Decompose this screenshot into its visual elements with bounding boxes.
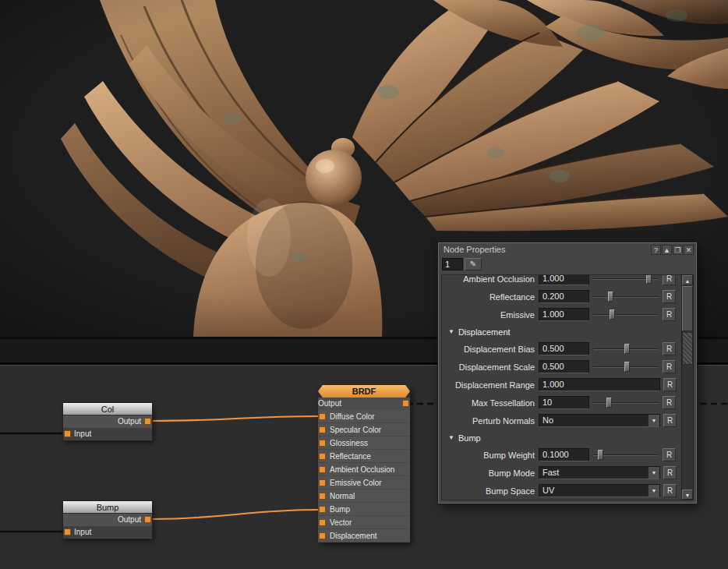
node-col-input-label: Input: [74, 428, 91, 440]
property-label: Bump Weight: [442, 451, 539, 460]
reflectance-slider[interactable]: [592, 290, 659, 303]
panel-titlebar[interactable]: Node Properties ? ▲ ❐ ✕: [439, 243, 696, 256]
brdf-input-displacement[interactable]: Displacement: [318, 529, 410, 542]
bump-output-connector[interactable]: [144, 516, 151, 523]
slider-handle[interactable]: [610, 309, 615, 320]
brdf-displacement-connector[interactable]: [319, 532, 326, 539]
brdf-output-connector[interactable]: [402, 400, 409, 407]
reset-button[interactable]: R: [663, 448, 676, 461]
reset-button[interactable]: R: [663, 290, 676, 303]
node-bump-header[interactable]: Bump: [63, 501, 152, 514]
perturb-normals-dropdown[interactable]: No ▼: [539, 414, 660, 427]
reset-button[interactable]: R: [663, 378, 677, 391]
scrollbar[interactable]: ▲ ▼: [681, 274, 694, 500]
rollup-icon[interactable]: ▲: [662, 245, 672, 255]
slider-handle[interactable]: [646, 274, 652, 284]
node-brdf-output-label: Output: [318, 399, 341, 408]
brdf-input-bump[interactable]: Bump: [318, 503, 410, 516]
brdf-diffuse-color-connector[interactable]: [319, 413, 326, 420]
emissive-field[interactable]: 1.000: [539, 308, 589, 321]
emissive-slider[interactable]: [592, 308, 659, 321]
displacement-bias-slider[interactable]: [592, 342, 659, 355]
brdf-reflectance-connector[interactable]: [319, 453, 326, 460]
node-bump[interactable]: Bump Output Input: [62, 500, 153, 539]
reset-button[interactable]: R: [663, 360, 676, 373]
property-label: Ambient Occlusion: [442, 274, 539, 284]
reset-button[interactable]: R: [663, 414, 677, 427]
slider-handle[interactable]: [606, 398, 612, 408]
slider-handle[interactable]: [624, 344, 630, 354]
node-brdf[interactable]: BRDF Output Diffuse Color Specular Color…: [318, 385, 410, 542]
brdf-input-glossiness[interactable]: Glossiness: [318, 436, 410, 450]
displacement-bias-field[interactable]: 0.500: [539, 342, 589, 355]
brdf-specular-color-connector[interactable]: [319, 426, 326, 433]
reset-button[interactable]: R: [663, 342, 676, 355]
reset-button[interactable]: R: [663, 274, 676, 285]
node-properties-panel: Node Properties ? ▲ ❐ ✕ ✎ Ambient Occlus…: [438, 242, 697, 504]
brdf-input-reflectance[interactable]: Reflectance: [318, 450, 410, 463]
reset-button[interactable]: R: [663, 396, 676, 409]
edit-button[interactable]: ✎: [465, 258, 482, 270]
bump-weight-slider[interactable]: [592, 448, 659, 461]
dock-icon[interactable]: ❐: [673, 245, 683, 255]
scrollbar-thumb[interactable]: [682, 286, 693, 331]
col-input-connector[interactable]: [64, 430, 71, 437]
displacement-scale-slider[interactable]: [592, 360, 659, 373]
property-label: Displacement Bias: [442, 345, 539, 354]
slider-track[interactable]: [593, 296, 658, 298]
reflectance-field[interactable]: 0.200: [539, 290, 589, 303]
close-icon[interactable]: ✕: [684, 245, 694, 255]
scroll-down-icon[interactable]: ▼: [682, 489, 693, 500]
brdf-input-emissive-color[interactable]: Emissive Color: [318, 476, 410, 489]
brdf-input-vector[interactable]: Vector: [318, 516, 410, 529]
brdf-emissive-color-connector[interactable]: [319, 479, 326, 486]
node-col[interactable]: Col Output Input: [62, 402, 153, 441]
bump-weight-field[interactable]: 0.1000: [539, 448, 589, 461]
displacement-scale-field[interactable]: 0.500: [539, 360, 589, 373]
bump-input-connector[interactable]: [64, 528, 71, 535]
chevron-down-icon[interactable]: ▼: [648, 485, 659, 497]
reset-button[interactable]: R: [663, 308, 676, 321]
slider-track[interactable]: [593, 402, 658, 404]
property-row-bump-mode: Bump Mode Fast ▼ R: [442, 464, 681, 482]
section-collapse-icon[interactable]: ▼: [448, 434, 454, 441]
index-input[interactable]: [442, 258, 463, 270]
brdf-input-normal[interactable]: Normal: [318, 489, 410, 503]
max-tessellation-field[interactable]: 10: [539, 396, 589, 409]
ambient-occlusion-slider[interactable]: [592, 274, 659, 285]
bump-space-dropdown[interactable]: UV ▼: [539, 484, 660, 497]
brdf-input-diffuse-color[interactable]: Diffuse Color: [318, 410, 410, 423]
slider-track[interactable]: [593, 314, 658, 316]
chevron-down-icon[interactable]: ▼: [648, 467, 659, 479]
col-output-connector[interactable]: [144, 418, 151, 425]
bump-mode-dropdown[interactable]: Fast ▼: [539, 466, 660, 479]
reset-button[interactable]: R: [663, 466, 677, 479]
node-col-header[interactable]: Col: [63, 403, 152, 415]
brdf-input-ambient-occlusion[interactable]: Ambient Occlusion: [318, 463, 410, 476]
max-tessellation-slider[interactable]: [592, 396, 659, 409]
slider-handle[interactable]: [624, 362, 630, 372]
reset-button[interactable]: R: [663, 484, 677, 497]
displacement-range-field[interactable]: 1.000: [539, 378, 660, 391]
ambient-occlusion-field[interactable]: 1.000: [539, 274, 589, 285]
brdf-normal-connector[interactable]: [319, 493, 326, 500]
brdf-input-label: Vector: [330, 518, 352, 527]
brdf-ambient-occlusion-connector[interactable]: [319, 466, 326, 473]
brdf-vector-connector[interactable]: [319, 519, 326, 526]
section-header-displacement[interactable]: ▼ Displacement: [442, 323, 681, 340]
brdf-input-specular-color[interactable]: Specular Color: [318, 423, 410, 436]
section-header-bump[interactable]: ▼ Bump: [442, 429, 681, 446]
brdf-input-label: Reflectance: [330, 452, 371, 461]
brdf-glossiness-connector[interactable]: [319, 440, 326, 447]
chevron-down-icon[interactable]: ▼: [648, 415, 659, 426]
dropdown-value: UV: [542, 486, 554, 495]
section-collapse-icon[interactable]: ▼: [448, 328, 454, 335]
brdf-bump-connector[interactable]: [319, 506, 326, 513]
help-icon[interactable]: ?: [651, 245, 661, 255]
property-row-emissive: Emissive 1.000 R: [442, 306, 681, 323]
slider-handle[interactable]: [598, 450, 603, 460]
node-brdf-header[interactable]: BRDF: [318, 385, 410, 398]
property-label: Emissive: [442, 310, 539, 320]
scroll-up-icon[interactable]: ▲: [682, 275, 693, 285]
slider-handle[interactable]: [608, 292, 613, 302]
